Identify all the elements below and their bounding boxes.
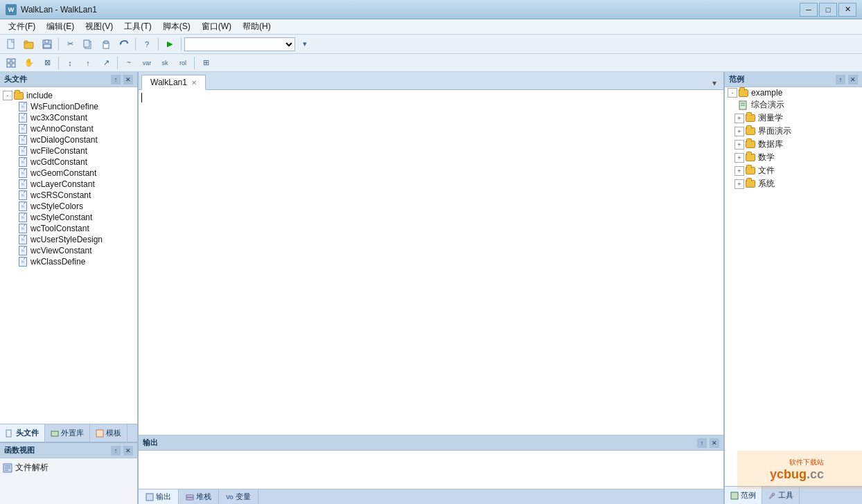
right-tab-label-example: 范例: [741, 490, 756, 501]
file-icon: h: [18, 224, 28, 233]
sort-updown-button[interactable]: ↕: [62, 55, 78, 71]
minimize-button[interactable]: ─: [800, 3, 818, 17]
expand-files[interactable]: +: [735, 166, 744, 176]
expand-example[interactable]: -: [728, 88, 737, 98]
output-tab-stack[interactable]: 堆栈: [179, 489, 219, 504]
tab-external-lib[interactable]: 外置库: [45, 424, 90, 442]
expand-survey[interactable]: +: [735, 114, 744, 123]
tab-template[interactable]: 模板: [90, 424, 127, 442]
svg-rect-13: [7, 64, 10, 67]
close-button[interactable]: ✕: [838, 3, 856, 17]
expand-db[interactable]: +: [735, 140, 744, 150]
left-section: 头文件 ↑ ✕ - include: [0, 72, 139, 504]
tab-tools[interactable]: 工具: [762, 487, 800, 504]
tree-item-database[interactable]: + 数据库: [725, 138, 862, 151]
expand-icon[interactable]: -: [3, 91, 12, 100]
expand-math[interactable]: +: [735, 153, 744, 163]
copy-button[interactable]: [80, 37, 96, 52]
tab-label-lib: 外置库: [61, 428, 84, 438]
tree-item-wc3x3Constant[interactable]: h wc3x3Constant: [0, 112, 137, 123]
close-x-button[interactable]: ⊠: [39, 55, 55, 71]
menu-file[interactable]: 文件(F): [3, 19, 41, 34]
tree-item-wcStyleColors[interactable]: h wcStyleColors: [0, 201, 137, 212]
sort-diag-button[interactable]: ↗: [98, 55, 114, 71]
sort-up-button[interactable]: ↑: [80, 55, 96, 71]
tree-item-survey[interactable]: + 测量学: [725, 111, 862, 125]
run-button[interactable]: ▶: [161, 37, 178, 52]
tilde-button[interactable]: ~: [121, 55, 137, 71]
rol-button[interactable]: rol: [175, 55, 191, 71]
hand-button[interactable]: ✋: [21, 55, 37, 71]
tree-item-wcUserStyleDesign[interactable]: h wcUserStyleDesign: [0, 234, 137, 245]
menu-view[interactable]: 视图(V): [80, 19, 118, 34]
tab-header-files[interactable]: 头文件: [0, 424, 45, 442]
svg-rect-16: [51, 431, 58, 436]
tab-examples[interactable]: 范例: [725, 487, 762, 504]
panel-close-button[interactable]: ✕: [123, 75, 133, 84]
new-button[interactable]: [3, 37, 19, 52]
tab-close-button[interactable]: ✕: [191, 79, 197, 87]
func-item-parse[interactable]: 文件解析: [0, 461, 137, 474]
sk-button[interactable]: sk: [157, 55, 173, 71]
svg-rect-7: [84, 40, 89, 47]
tree-item-wcViewConstant[interactable]: h wcViewConstant: [0, 245, 137, 256]
menu-window[interactable]: 窗口(W): [196, 19, 237, 34]
toolbar1: ✂ ? ▶ ▾: [0, 35, 862, 54]
svg-point-29: [772, 493, 775, 496]
tree-item-wcDialogConstant[interactable]: h wcDialogConstant: [0, 134, 137, 145]
panels-row: 头文件 ↑ ✕ - include: [0, 72, 862, 504]
tree-item-wcSRSConstant[interactable]: h wcSRSConstant: [0, 190, 137, 201]
func-panel-pin[interactable]: ↑: [111, 446, 121, 456]
open-button[interactable]: [21, 37, 37, 52]
tree-item-wcGeomConstant[interactable]: h wcGeomConstant: [0, 168, 137, 179]
tree-item-WsFunctionDefine[interactable]: h WsFunctionDefine: [0, 101, 137, 112]
right-panel-pin[interactable]: ↑: [836, 75, 845, 84]
help-button[interactable]: ?: [139, 37, 155, 52]
tree-item-wcGdtConstant[interactable]: h wcGdtConstant: [0, 156, 137, 168]
tree-item-ui-demo[interactable]: + 界面演示: [725, 125, 862, 138]
menu-tools[interactable]: 工具(T): [118, 19, 157, 34]
tree-item-wcToolConstant[interactable]: h wcToolConstant: [0, 223, 137, 234]
undo-button[interactable]: [116, 37, 132, 52]
tab-dropdown-button[interactable]: ▾: [708, 77, 721, 89]
tree-item-math[interactable]: + 数学: [725, 151, 862, 164]
var-button[interactable]: var: [139, 55, 155, 71]
menu-edit[interactable]: 编辑(E): [41, 19, 80, 34]
tree-item-wcStyleConstant[interactable]: h wcStyleConstant: [0, 212, 137, 223]
output-pin-button[interactable]: ↑: [697, 438, 707, 448]
svg-rect-2: [24, 41, 28, 43]
expand-system[interactable]: +: [735, 179, 744, 189]
tree-root-include[interactable]: - include: [0, 90, 137, 101]
grid-button[interactable]: [3, 55, 19, 71]
func-tree: 文件解析: [0, 458, 137, 504]
expand-ui[interactable]: +: [735, 127, 744, 136]
combo-dropdown[interactable]: ▾: [297, 37, 313, 52]
extra-button[interactable]: ⊞: [197, 55, 214, 71]
tree-item-wcLayerConstant[interactable]: h wcLayerConstant: [0, 179, 137, 190]
menu-help[interactable]: 帮助(H): [237, 19, 276, 34]
func-panel-close[interactable]: ✕: [123, 446, 133, 456]
editor-tab-walklan1[interactable]: WalkLan1 ✕: [141, 75, 206, 90]
save-button[interactable]: [39, 37, 55, 52]
output-tab-vars[interactable]: Vo 变量: [219, 489, 258, 504]
editor-area[interactable]: [139, 90, 723, 435]
cut-button[interactable]: ✂: [62, 37, 78, 52]
output-close-button[interactable]: ✕: [710, 438, 719, 448]
right-panel-close[interactable]: ✕: [848, 75, 858, 84]
folder-survey: [746, 114, 755, 123]
paste-button[interactable]: [98, 37, 114, 52]
tree-item-wkClassDefine[interactable]: h wkClassDefine: [0, 256, 137, 267]
tree-item-wcFileConstant[interactable]: h wcFileConstant: [0, 145, 137, 156]
file-icon-comp: [739, 100, 748, 110]
tree-item-files[interactable]: + 文件: [725, 164, 862, 177]
output-tab-output[interactable]: 输出: [139, 489, 179, 504]
script-selector[interactable]: [184, 37, 295, 51]
maximize-button[interactable]: □: [819, 3, 837, 17]
tree-item-wcAnnoConstant[interactable]: h wcAnnoConstant: [0, 123, 137, 134]
tree-item-system[interactable]: + 系统: [725, 177, 862, 190]
menu-script[interactable]: 脚本(S): [157, 19, 196, 34]
tree-item-comprehensive[interactable]: 综合演示: [725, 98, 862, 111]
panel-pin-button[interactable]: ↑: [111, 75, 121, 84]
tree-root-example[interactable]: - example: [725, 87, 862, 98]
output-panel: 输出 ↑ ✕ 输出 堆栈: [139, 435, 723, 504]
